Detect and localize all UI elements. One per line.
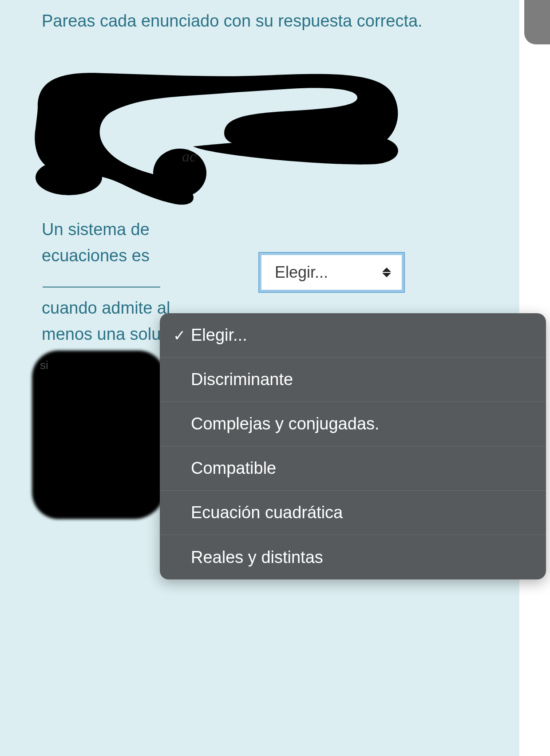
select-current-value: Elegir... <box>275 263 328 282</box>
quiz-content: Pareas cada enunciado con su respuesta c… <box>0 0 519 756</box>
dropdown-option-compatible[interactable]: Compatible <box>160 446 546 491</box>
partial-visible-text: ac <box>182 148 196 165</box>
dropdown-option-label: Complejas y conjugadas. <box>191 414 380 433</box>
select-arrows-icon <box>382 268 391 277</box>
instruction-text: Pareas cada enunciado con su respuesta c… <box>42 8 484 34</box>
blank-fill <box>43 287 160 287</box>
svg-point-1 <box>153 149 206 197</box>
dropdown-option-label: Compatible <box>191 459 276 478</box>
dropdown-option-reales[interactable]: Reales y distintas <box>160 535 546 579</box>
redacted-region-2 <box>32 350 165 519</box>
redacted-partial-text: si <box>40 358 48 372</box>
dropdown-option-label: Reales y distintas <box>191 548 323 567</box>
dropdown-option-complejas[interactable]: Complejas y conjugadas. <box>160 402 546 446</box>
check-icon: ✓ <box>173 327 191 344</box>
dropdown-option-discriminante[interactable]: Discriminante <box>160 358 546 402</box>
dropdown-option-label: Discriminante <box>191 370 293 389</box>
question-line-1: Un sistema de ecuaciones es <box>42 220 150 265</box>
dropdown-menu: ✓ Elegir... Discriminante Complejas y co… <box>160 313 546 579</box>
dropdown-option-label: Ecuación cuadrática <box>191 503 343 522</box>
dropdown-option-label: Elegir... <box>191 326 247 345</box>
side-tab-handle[interactable] <box>524 0 550 44</box>
dropdown-option-placeholder[interactable]: ✓ Elegir... <box>160 313 546 358</box>
dropdown-option-ecuacion[interactable]: Ecuación cuadrática <box>160 491 546 535</box>
answer-select[interactable]: Elegir... <box>259 253 404 292</box>
svg-point-0 <box>36 160 102 195</box>
redacted-region-1 <box>24 62 415 209</box>
